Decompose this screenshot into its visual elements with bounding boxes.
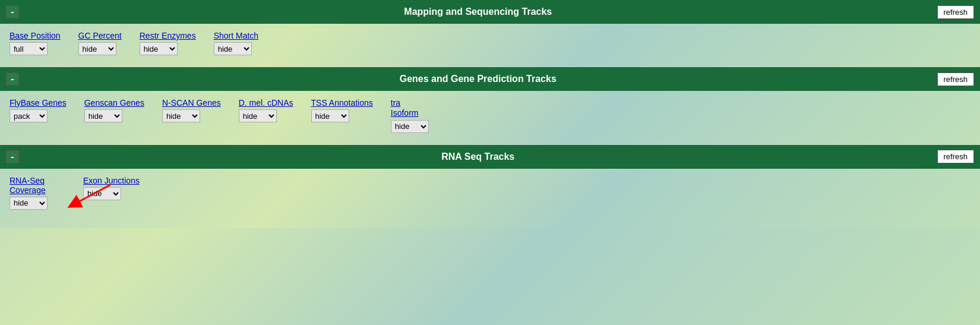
section-content-mapping: Base PositionhidedensefullpacksquishGC P… <box>0 24 980 67</box>
track-item-mapping-3: Short Matchhidedensefullpacksquish <box>214 31 258 55</box>
track-item-genes-3: D. mel. cDNAshidedensefullpacksquish <box>239 98 293 122</box>
track-select-mapping-2[interactable]: hidedensefullpacksquish <box>140 42 178 55</box>
track-select-genes-0[interactable]: hidedensefullpacksquish <box>10 109 48 122</box>
track-link-genes-5[interactable]: tra Isoform <box>391 98 419 118</box>
section-header-rnaseq: -RNA Seq Tracksrefresh <box>0 145 980 169</box>
track-link-rnaseq-1[interactable]: Exon Junctions <box>83 176 140 185</box>
section-content-genes: FlyBase GeneshidedensefullpacksquishGens… <box>0 91 980 145</box>
track-link-mapping-2[interactable]: Restr Enzymes <box>140 31 196 40</box>
section-genes: -Genes and Gene Prediction Tracksrefresh… <box>0 67 980 145</box>
track-link-genes-3[interactable]: D. mel. cDNAs <box>239 98 293 108</box>
track-select-genes-5[interactable]: hidedensefullpacksquish <box>391 120 429 133</box>
track-item-mapping-2: Restr Enzymeshidedensefullpacksquish <box>140 31 196 55</box>
track-link-mapping-0[interactable]: Base Position <box>10 31 61 40</box>
section-content-rnaseq: RNA-Seq CoveragehidedensefullpacksquishE… <box>0 169 980 228</box>
track-item-genes-0: FlyBase Geneshidedensefullpacksquish <box>10 98 67 122</box>
track-link-mapping-1[interactable]: GC Percent <box>78 31 122 40</box>
section-mapping: -Mapping and Sequencing TracksrefreshBas… <box>0 0 980 67</box>
track-select-genes-1[interactable]: hidedensefullpacksquish <box>84 109 122 122</box>
track-select-rnaseq-0[interactable]: hidedensefullpacksquish <box>10 197 48 210</box>
track-item-mapping-0: Base Positionhidedensefullpacksquish <box>10 31 61 55</box>
track-item-0: RNA-Seq Coveragehidedensefullpacksquish <box>10 176 48 210</box>
sections-container: -Mapping and Sequencing TracksrefreshBas… <box>0 0 980 228</box>
track-link-mapping-3[interactable]: Short Match <box>214 31 258 40</box>
track-select-rnaseq-1[interactable]: hidedensefullpacksquish <box>83 187 121 200</box>
track-link-rnaseq-0[interactable]: RNA-Seq Coverage <box>10 176 46 195</box>
track-item-genes-5: tra Isoformhidedensefullpacksquish <box>391 98 429 133</box>
collapse-button-genes[interactable]: - <box>6 72 19 86</box>
refresh-button-mapping[interactable]: refresh <box>937 5 974 19</box>
section-title-genes: Genes and Gene Prediction Tracks <box>19 74 937 84</box>
refresh-button-rnaseq[interactable]: refresh <box>937 150 974 163</box>
page-wrapper: -Mapping and Sequencing TracksrefreshBas… <box>0 0 980 325</box>
section-rnaseq: -RNA Seq TracksrefreshRNA-Seq Coveragehi… <box>0 145 980 228</box>
track-item-genes-2: N-SCAN Geneshidedensefullpacksquish <box>162 98 221 122</box>
track-item-mapping-1: GC Percenthidedensefullpacksquish <box>78 31 122 55</box>
section-title-mapping: Mapping and Sequencing Tracks <box>19 7 937 17</box>
section-header-genes: -Genes and Gene Prediction Tracksrefresh <box>0 67 980 91</box>
track-select-mapping-1[interactable]: hidedensefullpacksquish <box>78 42 116 55</box>
track-item-genes-4: TSS Annotationshidedensefullpacksquish <box>311 98 373 122</box>
track-item-1: Exon Junctionshidedensefullpacksquish <box>83 176 140 200</box>
refresh-button-genes[interactable]: refresh <box>937 72 974 86</box>
track-select-genes-4[interactable]: hidedensefullpacksquish <box>311 109 349 122</box>
track-select-mapping-3[interactable]: hidedensefullpacksquish <box>214 42 252 55</box>
collapse-button-rnaseq[interactable]: - <box>6 150 19 163</box>
section-title-rnaseq: RNA Seq Tracks <box>19 152 937 162</box>
track-item-genes-1: Genscan Geneshidedensefullpacksquish <box>84 98 144 122</box>
track-link-genes-2[interactable]: N-SCAN Genes <box>162 98 221 108</box>
track-link-genes-4[interactable]: TSS Annotations <box>311 98 373 108</box>
track-select-mapping-0[interactable]: hidedensefullpacksquish <box>10 42 48 55</box>
collapse-button-mapping[interactable]: - <box>6 5 19 18</box>
section-header-mapping: -Mapping and Sequencing Tracksrefresh <box>0 0 980 24</box>
track-select-genes-3[interactable]: hidedensefullpacksquish <box>239 109 277 122</box>
track-select-genes-2[interactable]: hidedensefullpacksquish <box>162 109 200 122</box>
track-link-genes-1[interactable]: Genscan Genes <box>84 98 144 108</box>
track-link-genes-0[interactable]: FlyBase Genes <box>10 98 67 108</box>
